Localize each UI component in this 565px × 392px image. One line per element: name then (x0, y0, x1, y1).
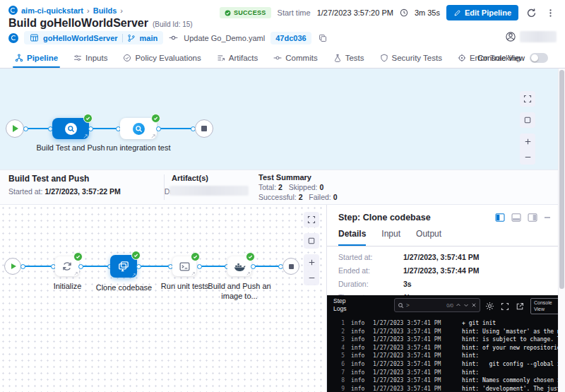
stage-node-build-test-and-push[interactable] (52, 118, 89, 139)
steps-end-node[interactable] (282, 258, 299, 275)
breadcrumb: aim-ci-quickstart Builds (8, 6, 123, 15)
fullscreen-icon[interactable] (520, 91, 535, 107)
step-logs-panel: Step Logs 0/0 Console View (327, 295, 558, 392)
layout-left-icon[interactable] (495, 213, 505, 222)
steps-start-node[interactable] (4, 258, 21, 275)
log-search-input[interactable] (406, 302, 444, 309)
detail-row: Started at:1/27/2023, 3:57:41 PM (338, 253, 549, 261)
fullscreen-icon[interactable] (304, 212, 319, 227)
step-duration: 3s (403, 280, 412, 288)
page-title: Build goHelloWorldServer (8, 17, 148, 30)
open-in-new-window-icon[interactable] (516, 302, 524, 311)
log-body[interactable]: 1info1/27/2023 3:57:41 PM+ git init 2inf… (327, 316, 558, 392)
pipeline-end-node[interactable] (195, 119, 213, 138)
step-node-clone-codebase[interactable] (110, 255, 137, 278)
branch-name-link[interactable]: main (140, 34, 158, 42)
breadcrumb-builds-link[interactable]: Builds (93, 6, 117, 15)
start-time-label: Start time (278, 8, 311, 17)
step-label[interactable]: Build and Push an image to... (207, 281, 272, 301)
step-label[interactable]: Clone codebase (90, 283, 157, 292)
tab-input[interactable]: Input (381, 229, 400, 246)
search-close-icon[interactable] (471, 302, 477, 308)
log-line: 9info1/27/2023 3:57:41 PMhint: 'developm… (327, 385, 558, 392)
refresh-button[interactable] (525, 6, 538, 20)
minimize-panel-icon[interactable] (544, 214, 551, 221)
success-check-icon (73, 252, 83, 261)
expand-step-icon (191, 272, 195, 275)
pill-divider (122, 34, 123, 42)
expand-step-icon (246, 272, 250, 275)
zoom-in-button[interactable] (520, 133, 535, 149)
search-next-icon[interactable] (463, 302, 469, 308)
tab-output[interactable]: Output (416, 229, 441, 246)
git-branch-icon (127, 34, 136, 42)
commit-sha-link[interactable]: 47dc036 (270, 32, 311, 44)
scrollbar-thumb[interactable] (559, 70, 564, 289)
log-line: 5info1/27/2023 3:57:41 PMhint: (327, 352, 558, 360)
graph-connector (23, 266, 54, 267)
console-view-button[interactable]: Console View (530, 298, 558, 314)
tab-commits[interactable]: Commits (266, 47, 325, 68)
artifact-link-redacted[interactable] (170, 186, 249, 196)
fit-to-view-icon[interactable] (304, 233, 319, 249)
step-panel-title: Step: Clone codebase (338, 213, 431, 222)
build-id: (Build Id: 15) (153, 20, 193, 28)
log-search-box: 0/0 (394, 298, 480, 312)
tab-policy-evaluations[interactable]: Policy Evaluations (115, 47, 208, 68)
tabs-divider (327, 246, 558, 247)
clock-icon (400, 8, 408, 17)
search-prev-icon[interactable] (456, 302, 461, 308)
success-check-icon (83, 114, 93, 123)
user-name-redacted (520, 31, 557, 42)
log-line: 8info1/27/2023 3:57:41 PMhint: Names com… (327, 376, 558, 385)
more-options-button[interactable] (545, 7, 557, 19)
zoom-out-button[interactable] (304, 270, 319, 285)
tab-pipeline[interactable]: Pipeline (7, 47, 66, 68)
repo-name-link[interactable]: goHelloWorldServer (43, 34, 118, 42)
success-check-icon (191, 252, 200, 261)
expand-step-icon (132, 273, 136, 277)
inputs-icon (73, 54, 82, 62)
edit-pipeline-button[interactable]: Edit Pipeline (446, 5, 518, 20)
repo-branch-pill: goHelloWorldServer main (24, 31, 163, 44)
check-circle-icon (225, 10, 231, 16)
success-check-icon (246, 252, 255, 261)
zoom-out-button[interactable] (520, 149, 535, 165)
stage-label[interactable]: run integration test (103, 143, 174, 153)
step-graph-canvas: Initialize Clone codebase Run unit tests… (0, 205, 326, 392)
log-fullscreen-icon[interactable] (501, 302, 509, 311)
step-node-run-unit-tests[interactable] (172, 256, 196, 276)
build-status-cluster: SUCCESS Start time 1/27/2023 3:57:20 PM … (220, 5, 557, 20)
layout-right-icon[interactable] (528, 213, 537, 222)
stage-summary-name: Build Test and Push (8, 174, 89, 184)
log-line: 3info1/27/2023 3:57:41 PMhint: is subjec… (327, 335, 558, 344)
status-badge: SUCCESS (220, 7, 271, 18)
breadcrumb-separator-icon (87, 6, 90, 15)
layout-bottom-icon[interactable] (511, 213, 521, 222)
tab-details[interactable]: Details (338, 229, 366, 246)
pipeline-start-node[interactable] (6, 119, 24, 138)
tab-artifacts[interactable]: Artifacts (209, 47, 266, 68)
step-started-at: 1/27/2023, 3:57:41 PM (403, 253, 479, 261)
pencil-icon (453, 9, 461, 17)
ci-stage-icon (133, 123, 145, 135)
step-node-initialize[interactable] (55, 256, 79, 276)
tab-tests[interactable]: Tests (326, 47, 372, 68)
log-settings-gear-icon[interactable] (485, 302, 494, 311)
console-view-toggle[interactable] (530, 53, 548, 63)
zoom-in-button[interactable] (304, 254, 319, 270)
copy-sha-button[interactable] (317, 32, 328, 44)
user-icon[interactable] (506, 32, 516, 42)
started-at-value: 1/27/2023, 3:57:22 PM (44, 187, 120, 196)
tab-inputs[interactable]: Inputs (66, 47, 115, 68)
fit-to-view-icon[interactable] (520, 112, 535, 128)
stage-summary-band: Build Test and Push Started at: 1/27/202… (0, 170, 558, 205)
step-node-build-and-push-image[interactable] (227, 256, 251, 276)
breadcrumb-project-link[interactable]: aim-ci-quickstart (21, 6, 83, 15)
log-line: 4info1/27/2023 3:57:41 PMhint: of your n… (327, 344, 558, 352)
error-tracking-icon (458, 54, 466, 62)
artifacts-label: Artifact(s) (172, 174, 208, 182)
tab-security-tests[interactable]: Security Tests (372, 47, 450, 68)
stage-node-run-integration-test[interactable] (120, 118, 157, 139)
stage-label[interactable]: Build Test and Push (35, 143, 106, 153)
